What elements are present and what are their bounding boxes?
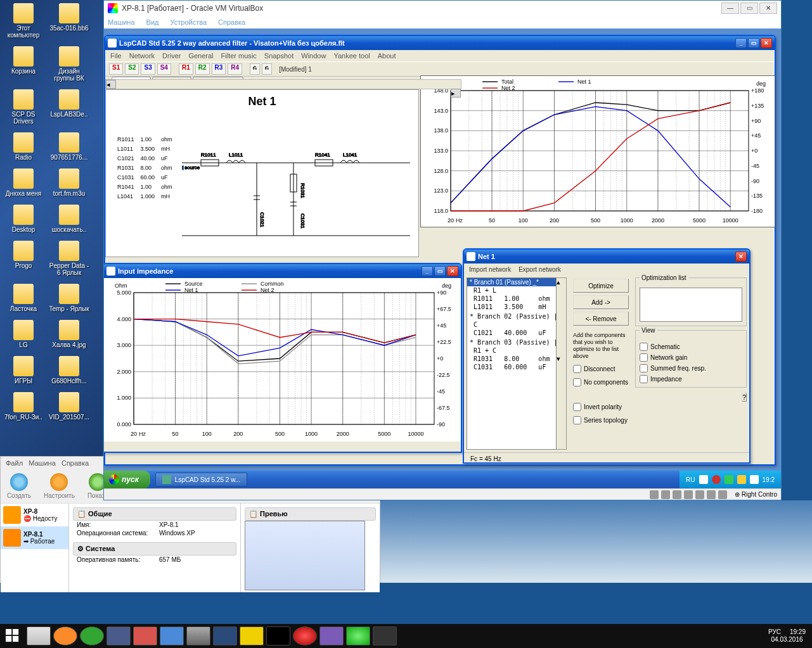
- xp-tray[interactable]: RU 19:2: [680, 471, 781, 488]
- close-button[interactable]: ✕: [735, 251, 747, 262]
- desktop-icon[interactable]: G680Hclfh...: [49, 356, 89, 384]
- status-icon[interactable]: [684, 490, 693, 499]
- minimize-button[interactable]: _: [735, 38, 747, 48]
- toolbar-r3[interactable]: R3: [212, 63, 226, 75]
- tool-create[interactable]: Создать: [7, 473, 31, 499]
- close-button[interactable]: ✕: [447, 266, 458, 276]
- minimize-button[interactable]: _: [422, 266, 433, 276]
- toolbar-s2[interactable]: S2: [125, 63, 139, 75]
- toolbar-s4[interactable]: S4: [157, 63, 171, 75]
- view-check[interactable]: Impedance: [640, 375, 742, 383]
- taskbar-app[interactable]: [160, 626, 184, 645]
- desktop-icon[interactable]: VID_201507...: [49, 392, 89, 421]
- toolbar-s1[interactable]: S1: [109, 63, 123, 75]
- tray-icon[interactable]: [737, 475, 746, 484]
- h-scrollbar[interactable]: ◂ ▸: [105, 79, 461, 89]
- desktop-icon[interactable]: Desktop: [3, 205, 44, 233]
- view-check[interactable]: Schematic: [640, 343, 742, 351]
- desktop-icon[interactable]: Temp - Ярлык: [49, 284, 89, 312]
- taskbar-app[interactable]: [186, 626, 210, 645]
- taskbar-app[interactable]: [27, 626, 51, 645]
- help-button[interactable]: ?: [742, 393, 747, 402]
- desktop-icon[interactable]: Pepper Data - 6 Ярлык: [49, 241, 89, 276]
- vbox-menubar[interactable]: Машина Вид Устройства Справка: [104, 16, 781, 29]
- status-icon[interactable]: [661, 490, 670, 499]
- start-button[interactable]: [0, 624, 25, 648]
- desktop-icon[interactable]: ИГРЫ: [3, 356, 44, 384]
- desktop-icon[interactable]: Дизайн группы ВК: [49, 46, 89, 82]
- desktop-icon[interactable]: Progo: [3, 241, 44, 276]
- desktop-icon[interactable]: 7fon_RU-Зи..: [3, 392, 44, 421]
- vm-item[interactable]: XP-8⛔ Недосту: [1, 504, 68, 526]
- desktop-icon[interactable]: Этот компьютер: [3, 3, 44, 39]
- minimize-button[interactable]: —: [721, 3, 739, 14]
- status-icon[interactable]: [718, 490, 727, 499]
- taskbar-app[interactable]: [133, 626, 157, 645]
- taskbar-app[interactable]: [106, 626, 131, 645]
- vm-item[interactable]: XP-8.1➡ Работае: [1, 526, 68, 549]
- status-icon[interactable]: [673, 490, 681, 499]
- lspcad-titlebar[interactable]: LspCAD Std 5.25 2 way advanced filter - …: [105, 36, 775, 50]
- disconnect-check[interactable]: Disconnect: [573, 365, 629, 373]
- invert-check[interactable]: Invert polarity: [573, 403, 629, 411]
- nocomponents-check[interactable]: No components: [573, 378, 629, 386]
- maximize-button[interactable]: ▭: [748, 38, 759, 48]
- branch-list[interactable]: * Branch 01 (Passive) _* R1 + L R1011 1.…: [467, 277, 557, 450]
- xp-start-button[interactable]: пуск: [104, 471, 150, 488]
- add-button[interactable]: Add ->: [573, 295, 629, 309]
- taskbar-app[interactable]: [266, 626, 290, 645]
- desktop-icon[interactable]: Корзина: [3, 46, 44, 82]
- status-icon[interactable]: [707, 490, 716, 499]
- desktop-icon[interactable]: LG: [3, 320, 44, 348]
- desktop-icon[interactable]: шоскачать..: [49, 205, 89, 233]
- view-check[interactable]: Network gain: [640, 353, 742, 362]
- impedance-titlebar[interactable]: Input impedance _ ▭ ✕: [104, 264, 461, 278]
- desktop-icon[interactable]: 35ac-016.bb6: [49, 3, 89, 39]
- desktop-icon[interactable]: Халва 4.jpg: [49, 320, 89, 348]
- maximize-button[interactable]: ▭: [740, 3, 758, 14]
- view-check[interactable]: Summed freq. resp.: [640, 364, 742, 372]
- desktop-icon[interactable]: SCP DS Drivers: [3, 89, 44, 125]
- svg-text:100: 100: [519, 217, 528, 224]
- taskbar-app[interactable]: [319, 626, 344, 645]
- desktop-icon[interactable]: Днюха меня: [3, 168, 44, 197]
- toolbar-r4[interactable]: R4: [228, 63, 242, 75]
- tray-icon[interactable]: [750, 475, 759, 484]
- optimize-button[interactable]: Optimize: [573, 279, 629, 293]
- xp-taskbar-item[interactable]: LspCAD Std 5.25 2 w...: [155, 473, 247, 486]
- net1-menu[interactable]: Import network Export network: [464, 264, 749, 275]
- net1-titlebar[interactable]: Net 1 ✕: [464, 250, 749, 264]
- taskbar-app[interactable]: [373, 626, 397, 645]
- taskbar-app[interactable]: [346, 626, 370, 645]
- maximize-button[interactable]: ▭: [434, 266, 446, 276]
- close-button[interactable]: ✕: [761, 38, 772, 48]
- series-check[interactable]: Series topology: [573, 416, 629, 424]
- clock[interactable]: РУС 19:29 04.03.2016: [762, 628, 812, 644]
- toolbar-unknown[interactable]: ⎌: [250, 63, 260, 75]
- taskbar-app[interactable]: [80, 626, 104, 645]
- status-icon[interactable]: [695, 490, 704, 499]
- desktop-icon[interactable]: Radio: [3, 132, 44, 161]
- taskbar-app[interactable]: [213, 626, 237, 645]
- toolbar-r1[interactable]: R1: [179, 63, 193, 75]
- desktop-icon[interactable]: 907651776...: [49, 132, 89, 161]
- tray-icon[interactable]: [725, 475, 733, 484]
- taskbar-app[interactable]: [293, 626, 317, 645]
- lspcad-menu[interactable]: FileNetworkDriverGeneralFilter musicSnap…: [105, 50, 775, 61]
- toolbar-s3[interactable]: S3: [141, 63, 155, 75]
- tray-icon[interactable]: [712, 475, 721, 484]
- status-icon[interactable]: [650, 490, 659, 499]
- remove-button[interactable]: <- Remove: [573, 312, 629, 326]
- optimization-list[interactable]: [640, 288, 742, 322]
- toolbar-r2[interactable]: R2: [195, 63, 210, 75]
- taskbar-app[interactable]: [240, 626, 264, 645]
- scrollbar[interactable]: ▴▾: [557, 277, 567, 450]
- tray-icon[interactable]: [699, 475, 708, 484]
- close-button[interactable]: ✕: [759, 3, 777, 14]
- tool-settings[interactable]: Настроить: [44, 473, 75, 499]
- desktop-icon[interactable]: Ласточка: [3, 284, 44, 312]
- desktop-icon[interactable]: tort.fm.m3u: [49, 168, 89, 197]
- desktop-icon[interactable]: LspLAB3De..: [49, 89, 89, 125]
- toolbar-unknown[interactable]: ⎌: [262, 63, 272, 75]
- taskbar-app[interactable]: [53, 626, 77, 645]
